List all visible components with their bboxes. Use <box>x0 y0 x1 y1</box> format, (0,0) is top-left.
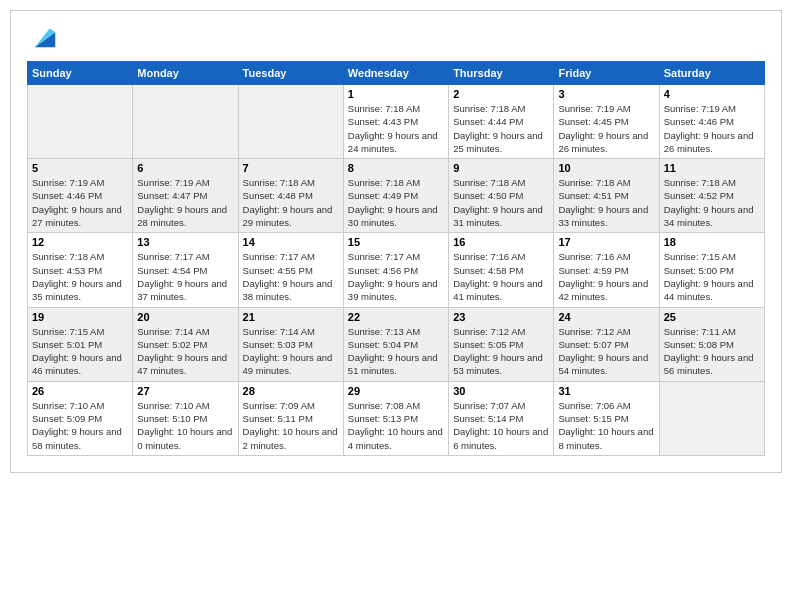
day-info: Sunrise: 7:06 AM Sunset: 5:15 PM Dayligh… <box>558 399 654 452</box>
day-info: Sunrise: 7:18 AM Sunset: 4:52 PM Dayligh… <box>664 176 760 229</box>
day-cell: 27Sunrise: 7:10 AM Sunset: 5:10 PM Dayli… <box>133 381 238 455</box>
logo-icon <box>31 23 59 51</box>
day-cell: 19Sunrise: 7:15 AM Sunset: 5:01 PM Dayli… <box>28 307 133 381</box>
day-number: 3 <box>558 88 654 100</box>
weekday-header-saturday: Saturday <box>659 62 764 85</box>
day-number: 25 <box>664 311 760 323</box>
day-number: 20 <box>137 311 233 323</box>
day-number: 23 <box>453 311 549 323</box>
day-info: Sunrise: 7:11 AM Sunset: 5:08 PM Dayligh… <box>664 325 760 378</box>
day-info: Sunrise: 7:17 AM Sunset: 4:54 PM Dayligh… <box>137 250 233 303</box>
day-number: 11 <box>664 162 760 174</box>
day-cell: 26Sunrise: 7:10 AM Sunset: 5:09 PM Dayli… <box>28 381 133 455</box>
day-number: 14 <box>243 236 339 248</box>
day-info: Sunrise: 7:19 AM Sunset: 4:45 PM Dayligh… <box>558 102 654 155</box>
day-number: 10 <box>558 162 654 174</box>
week-row-5: 26Sunrise: 7:10 AM Sunset: 5:09 PM Dayli… <box>28 381 765 455</box>
day-info: Sunrise: 7:18 AM Sunset: 4:43 PM Dayligh… <box>348 102 444 155</box>
day-number: 31 <box>558 385 654 397</box>
day-cell: 7Sunrise: 7:18 AM Sunset: 4:48 PM Daylig… <box>238 159 343 233</box>
day-cell: 25Sunrise: 7:11 AM Sunset: 5:08 PM Dayli… <box>659 307 764 381</box>
day-info: Sunrise: 7:17 AM Sunset: 4:55 PM Dayligh… <box>243 250 339 303</box>
weekday-header-row: SundayMondayTuesdayWednesdayThursdayFrid… <box>28 62 765 85</box>
day-info: Sunrise: 7:18 AM Sunset: 4:49 PM Dayligh… <box>348 176 444 229</box>
day-info: Sunrise: 7:19 AM Sunset: 4:47 PM Dayligh… <box>137 176 233 229</box>
day-cell <box>133 85 238 159</box>
day-number: 7 <box>243 162 339 174</box>
day-info: Sunrise: 7:09 AM Sunset: 5:11 PM Dayligh… <box>243 399 339 452</box>
day-number: 18 <box>664 236 760 248</box>
weekday-header-thursday: Thursday <box>449 62 554 85</box>
day-cell: 10Sunrise: 7:18 AM Sunset: 4:51 PM Dayli… <box>554 159 659 233</box>
day-number: 4 <box>664 88 760 100</box>
day-cell: 21Sunrise: 7:14 AM Sunset: 5:03 PM Dayli… <box>238 307 343 381</box>
day-number: 2 <box>453 88 549 100</box>
week-row-4: 19Sunrise: 7:15 AM Sunset: 5:01 PM Dayli… <box>28 307 765 381</box>
day-cell: 22Sunrise: 7:13 AM Sunset: 5:04 PM Dayli… <box>343 307 448 381</box>
day-cell: 11Sunrise: 7:18 AM Sunset: 4:52 PM Dayli… <box>659 159 764 233</box>
day-cell: 9Sunrise: 7:18 AM Sunset: 4:50 PM Daylig… <box>449 159 554 233</box>
day-number: 27 <box>137 385 233 397</box>
weekday-header-friday: Friday <box>554 62 659 85</box>
day-number: 6 <box>137 162 233 174</box>
day-cell: 23Sunrise: 7:12 AM Sunset: 5:05 PM Dayli… <box>449 307 554 381</box>
header <box>27 23 765 51</box>
day-cell: 15Sunrise: 7:17 AM Sunset: 4:56 PM Dayli… <box>343 233 448 307</box>
weekday-header-monday: Monday <box>133 62 238 85</box>
day-info: Sunrise: 7:19 AM Sunset: 4:46 PM Dayligh… <box>32 176 128 229</box>
day-cell: 1Sunrise: 7:18 AM Sunset: 4:43 PM Daylig… <box>343 85 448 159</box>
calendar-table: SundayMondayTuesdayWednesdayThursdayFrid… <box>27 61 765 456</box>
day-number: 13 <box>137 236 233 248</box>
day-info: Sunrise: 7:18 AM Sunset: 4:53 PM Dayligh… <box>32 250 128 303</box>
day-info: Sunrise: 7:18 AM Sunset: 4:48 PM Dayligh… <box>243 176 339 229</box>
weekday-header-tuesday: Tuesday <box>238 62 343 85</box>
day-info: Sunrise: 7:08 AM Sunset: 5:13 PM Dayligh… <box>348 399 444 452</box>
day-cell <box>238 85 343 159</box>
day-cell: 6Sunrise: 7:19 AM Sunset: 4:47 PM Daylig… <box>133 159 238 233</box>
day-info: Sunrise: 7:16 AM Sunset: 4:58 PM Dayligh… <box>453 250 549 303</box>
calendar-page: SundayMondayTuesdayWednesdayThursdayFrid… <box>10 10 782 473</box>
day-cell: 24Sunrise: 7:12 AM Sunset: 5:07 PM Dayli… <box>554 307 659 381</box>
day-number: 17 <box>558 236 654 248</box>
day-cell: 18Sunrise: 7:15 AM Sunset: 5:00 PM Dayli… <box>659 233 764 307</box>
day-number: 8 <box>348 162 444 174</box>
day-cell: 30Sunrise: 7:07 AM Sunset: 5:14 PM Dayli… <box>449 381 554 455</box>
day-number: 9 <box>453 162 549 174</box>
day-cell: 13Sunrise: 7:17 AM Sunset: 4:54 PM Dayli… <box>133 233 238 307</box>
day-cell: 20Sunrise: 7:14 AM Sunset: 5:02 PM Dayli… <box>133 307 238 381</box>
day-info: Sunrise: 7:14 AM Sunset: 5:02 PM Dayligh… <box>137 325 233 378</box>
day-info: Sunrise: 7:07 AM Sunset: 5:14 PM Dayligh… <box>453 399 549 452</box>
day-number: 28 <box>243 385 339 397</box>
day-info: Sunrise: 7:17 AM Sunset: 4:56 PM Dayligh… <box>348 250 444 303</box>
day-info: Sunrise: 7:13 AM Sunset: 5:04 PM Dayligh… <box>348 325 444 378</box>
day-cell: 4Sunrise: 7:19 AM Sunset: 4:46 PM Daylig… <box>659 85 764 159</box>
day-cell: 2Sunrise: 7:18 AM Sunset: 4:44 PM Daylig… <box>449 85 554 159</box>
day-info: Sunrise: 7:18 AM Sunset: 4:51 PM Dayligh… <box>558 176 654 229</box>
day-info: Sunrise: 7:16 AM Sunset: 4:59 PM Dayligh… <box>558 250 654 303</box>
day-cell: 16Sunrise: 7:16 AM Sunset: 4:58 PM Dayli… <box>449 233 554 307</box>
day-cell: 31Sunrise: 7:06 AM Sunset: 5:15 PM Dayli… <box>554 381 659 455</box>
day-number: 21 <box>243 311 339 323</box>
day-info: Sunrise: 7:12 AM Sunset: 5:05 PM Dayligh… <box>453 325 549 378</box>
day-cell: 3Sunrise: 7:19 AM Sunset: 4:45 PM Daylig… <box>554 85 659 159</box>
day-info: Sunrise: 7:10 AM Sunset: 5:09 PM Dayligh… <box>32 399 128 452</box>
week-row-1: 1Sunrise: 7:18 AM Sunset: 4:43 PM Daylig… <box>28 85 765 159</box>
week-row-3: 12Sunrise: 7:18 AM Sunset: 4:53 PM Dayli… <box>28 233 765 307</box>
day-info: Sunrise: 7:19 AM Sunset: 4:46 PM Dayligh… <box>664 102 760 155</box>
day-cell <box>659 381 764 455</box>
day-number: 12 <box>32 236 128 248</box>
day-cell: 8Sunrise: 7:18 AM Sunset: 4:49 PM Daylig… <box>343 159 448 233</box>
day-info: Sunrise: 7:15 AM Sunset: 5:01 PM Dayligh… <box>32 325 128 378</box>
day-number: 22 <box>348 311 444 323</box>
day-number: 19 <box>32 311 128 323</box>
day-cell <box>28 85 133 159</box>
day-number: 30 <box>453 385 549 397</box>
day-info: Sunrise: 7:15 AM Sunset: 5:00 PM Dayligh… <box>664 250 760 303</box>
day-number: 5 <box>32 162 128 174</box>
day-number: 26 <box>32 385 128 397</box>
day-info: Sunrise: 7:18 AM Sunset: 4:44 PM Dayligh… <box>453 102 549 155</box>
day-number: 24 <box>558 311 654 323</box>
week-row-2: 5Sunrise: 7:19 AM Sunset: 4:46 PM Daylig… <box>28 159 765 233</box>
day-info: Sunrise: 7:14 AM Sunset: 5:03 PM Dayligh… <box>243 325 339 378</box>
day-number: 29 <box>348 385 444 397</box>
